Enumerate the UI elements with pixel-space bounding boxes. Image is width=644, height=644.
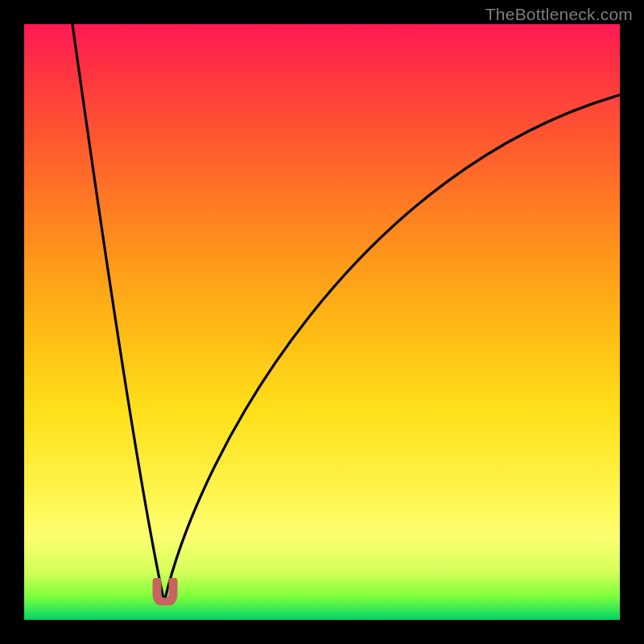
watermark-text: TheBottleneck.com xyxy=(485,5,633,24)
plot-area xyxy=(24,24,620,620)
curve-left-arm xyxy=(72,24,164,602)
curve-right-arm xyxy=(164,95,620,602)
bottleneck-curve xyxy=(24,24,620,620)
